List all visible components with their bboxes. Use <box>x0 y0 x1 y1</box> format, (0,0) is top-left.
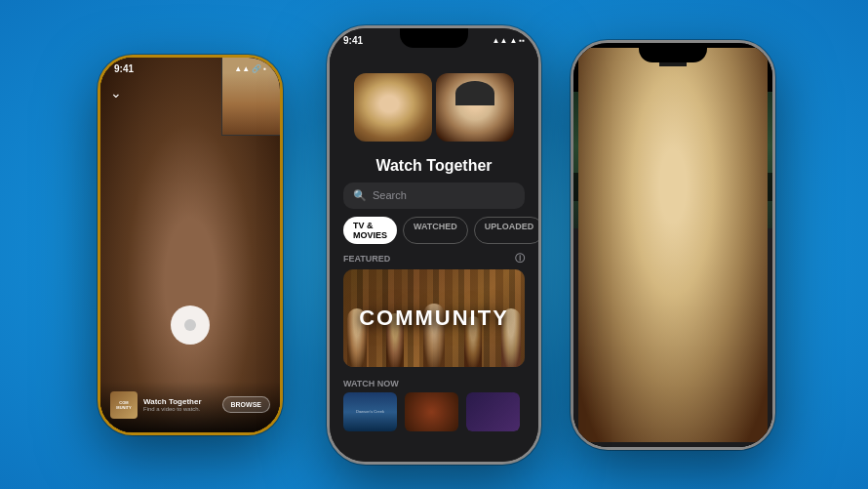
battery-icon: ▪▪ <box>519 36 525 45</box>
find-video-label: Find a video to watch. <box>143 406 202 412</box>
browse-button[interactable]: BROWSE <box>222 396 271 413</box>
center-status-icons: ▲▲ ▲ ▪▪ <box>493 36 525 45</box>
watch-now-label: WATCH NOW <box>330 375 538 392</box>
chevron-down-icon[interactable]: ⌄ <box>110 85 122 101</box>
watch-together-title: Watch Together <box>330 157 538 175</box>
other-thumbnail-image <box>405 392 458 431</box>
center-status-time: 9:41 <box>343 35 363 46</box>
wifi-icon: ▲ <box>509 36 517 45</box>
phones-container: 9:41 ▲▲ 🔗 ▪ ⌄ COMMUNITY <box>0 0 868 489</box>
signal-icon: ▲▲ <box>493 36 508 45</box>
girl-video-thumb <box>436 73 514 142</box>
right-bottom-faces: 😊 <box>573 228 772 447</box>
wifi-icon: 🔗 <box>252 64 261 73</box>
girl2-face <box>675 236 765 439</box>
left-bottom-bar: COMMUNITY Watch Together Find a video to… <box>100 382 280 432</box>
content-tabs: TV & MOVIES WATCHED UPLOADED SA <box>330 217 538 244</box>
search-icon: 🔍 <box>353 189 367 202</box>
watch-together-label: Watch Together <box>143 397 202 406</box>
search-input[interactable]: Search <box>373 189 407 201</box>
mic-button[interactable] <box>171 306 210 345</box>
info-icon: ⓘ <box>515 252 525 265</box>
right-screen: 9:41 ▲▲ ▲ ▪▪ ✓ Watching Community <box>573 43 772 447</box>
left-status-bar: 9:41 ▲▲ 🔗 ▪ <box>100 58 280 79</box>
left-bottom-info: COMMUNITY Watch Together Find a video to… <box>110 391 202 419</box>
dawsons-thumbnail-image: Dawson's Creek <box>343 392 397 431</box>
left-screen: 9:41 ▲▲ 🔗 ▪ ⌄ COMMUNITY <box>100 58 280 432</box>
third-show-thumb[interactable] <box>466 392 520 431</box>
girl-face <box>436 73 514 142</box>
featured-banner[interactable]: COMMUNITY <box>343 269 525 367</box>
boy-face <box>354 73 432 142</box>
watch-now-row: Dawson's Creek <box>330 392 538 431</box>
tab-watched[interactable]: WATCHED <box>403 217 468 244</box>
other-show-thumb[interactable] <box>405 392 458 431</box>
search-bar[interactable]: 🔍 Search <box>343 183 525 209</box>
bottom-text: Watch Together Find a video to watch. <box>143 397 202 412</box>
community-show-title: COMMUNITY <box>359 306 509 331</box>
battery-icon: ▪ <box>263 64 266 73</box>
phone-right: 9:41 ▲▲ ▲ ▪▪ ✓ Watching Community <box>571 40 775 450</box>
featured-section-label: FEATURED ⓘ <box>330 252 538 269</box>
center-notch <box>400 28 468 48</box>
phone-center: 9:41 ▲▲ ▲ ▪▪ <box>327 25 541 465</box>
center-top-videos <box>330 50 538 151</box>
show-thumbnail: COMMUNITY <box>110 391 138 419</box>
right-notch <box>639 43 707 62</box>
face-card-2 <box>675 236 765 439</box>
tab-tv-movies[interactable]: TV & MOVIES <box>343 217 397 244</box>
center-screen: 9:41 ▲▲ ▲ ▪▪ <box>330 28 538 462</box>
phone-left: 9:41 ▲▲ 🔗 ▪ ⌄ COMMUNITY <box>98 55 283 435</box>
boy-video-thumb <box>354 73 432 142</box>
signal-icon: ▲▲ <box>234 64 250 73</box>
left-status-icons: ▲▲ 🔗 ▪ <box>234 64 266 73</box>
left-status-time: 9:41 <box>114 63 134 74</box>
tab-uploaded[interactable]: UPLOADED <box>474 217 538 244</box>
dawsons-creek-thumb[interactable]: Dawson's Creek <box>343 392 397 431</box>
hat-decoration <box>455 81 494 105</box>
center-title-area: Watch Together <box>330 151 538 183</box>
